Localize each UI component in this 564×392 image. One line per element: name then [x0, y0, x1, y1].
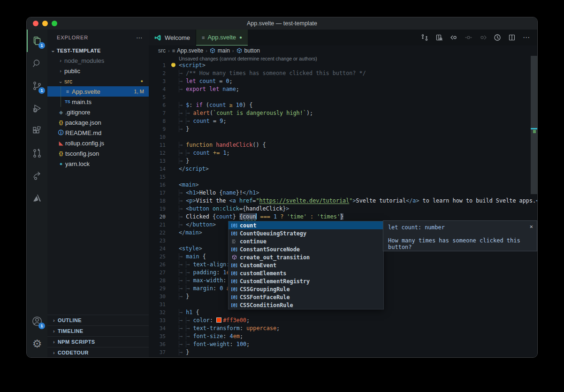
file-tree-item-rollup-config-js[interactable]: ◣rollup.config.js — [47, 138, 149, 148]
code-line-12[interactable]: 12→ → count += 1; — [149, 149, 531, 157]
minimize-window-button[interactable] — [42, 21, 48, 26]
code-line-13[interactable]: 13→ } — [149, 157, 531, 165]
suggestion-customelements[interactable]: [@]customElements — [229, 269, 383, 277]
file-tree-item-app-svelte[interactable]: ≡App.svelte1, M — [47, 86, 149, 97]
file-tree-item-public[interactable]: ›public — [47, 66, 149, 76]
activity-azure-icon[interactable] — [27, 187, 47, 210]
code-line-2[interactable]: 2→ /** How many times has someone clicke… — [149, 69, 531, 77]
breadcrumb-item-button[interactable]: button — [236, 47, 260, 54]
code-line-4[interactable]: 4→ export let name; — [149, 85, 531, 93]
file-tree-item-src[interactable]: ⌄src● — [47, 76, 149, 86]
suggestion-cssconditionrule[interactable]: [@]CSSConditionRule — [229, 301, 383, 309]
line-number: 9 — [149, 125, 166, 133]
title-bar[interactable]: App.svelte — test-template — [27, 17, 537, 30]
previous-change-icon[interactable] — [449, 32, 459, 43]
activity-accounts-icon[interactable]: 1 — [27, 310, 47, 332]
suggestion-customevent[interactable]: [@]CustomEvent — [229, 261, 383, 269]
sidebar-panel-timeline[interactable]: ›TIMELINE — [47, 325, 149, 336]
zoom-window-button[interactable] — [52, 21, 57, 26]
code-line-10[interactable]: 10 — [149, 133, 531, 141]
sidebar-panel-codetour[interactable]: ›CODETOUR — [47, 347, 149, 358]
code-text: → → padding: 1em; — [166, 269, 236, 277]
code-line-16[interactable]: 16<main> — [149, 181, 531, 189]
breadcrumb-item-src[interactable]: src — [158, 47, 166, 54]
breadcrumb-item-app-svelte[interactable]: ≡App.svelte — [172, 47, 203, 54]
suggestion-constantsourcenode[interactable]: [@]ConstantSourceNode — [229, 245, 383, 253]
suggestion-countqueuingstrategy[interactable]: [@]CountQueuingStrategy — [229, 229, 383, 237]
file-history-icon[interactable] — [492, 32, 503, 43]
suggestion-details-panel: let count: number How many times has som… — [383, 220, 537, 251]
code-line-3[interactable]: 3→ let count = 0; — [149, 77, 531, 85]
tab-welcome[interactable]: Welcome — [149, 30, 196, 45]
split-editor-icon[interactable] — [507, 32, 517, 43]
code-line-9[interactable]: 9→ } — [149, 125, 531, 133]
suggestion-cssfontfacerule[interactable]: [@]CSSFontFaceRule — [229, 293, 383, 301]
symbol-variable-icon: [@] — [229, 303, 240, 308]
sidebar-panel-outline[interactable]: ›OUTLINE — [47, 315, 149, 325]
code-line-11[interactable]: 11→ function handleClick() { — [149, 141, 531, 149]
open-changes-icon[interactable] — [434, 32, 444, 43]
code-line-14[interactable]: 14</script> — [149, 165, 531, 173]
file-tree-item-tsconfig-json[interactable]: {}tsconfig.json — [47, 148, 149, 158]
file-tree-item--gitignore[interactable]: ◆.gitignore — [47, 107, 149, 117]
vscode-logo-icon — [154, 34, 161, 41]
code-line-34[interactable]: 34→ → text-transform: uppercase; — [149, 324, 531, 332]
code-line-32[interactable]: 32→ h1 { — [149, 309, 531, 317]
code-line-1[interactable]: 1<script> — [149, 61, 531, 69]
code-line-19[interactable]: 19→ <button on:click={handleClick}> — [149, 205, 531, 213]
activity-settings-gear-icon[interactable]: ⚙ — [27, 332, 47, 355]
scrollbar-thumb[interactable] — [531, 56, 537, 194]
close-icon[interactable]: ✕ — [530, 223, 533, 230]
suggestion-create_out_transition[interactable]: create_out_transition — [229, 253, 383, 261]
code-line-8[interactable]: 8→ → count = 9; — [149, 117, 531, 125]
file-tree-item-node-modules[interactable]: ›node_modules — [47, 55, 149, 66]
code-line-20[interactable]: 20→ Clicked {count} {coun === 1 ? 'time'… — [149, 213, 531, 221]
editor-column: Welcome ≡ App.svelte ● — [149, 30, 537, 358]
code-line-6[interactable]: 6→ $: if (count ≥ 10) { — [149, 101, 531, 109]
file-tree-item-package-json[interactable]: {}package.json — [47, 117, 149, 128]
suggestion-count[interactable]: [@]count — [229, 221, 383, 229]
file-tree-item-main-ts[interactable]: TSmain.ts — [47, 97, 149, 107]
activity-live-share-icon[interactable] — [27, 165, 47, 187]
line-number: 11 — [149, 141, 166, 149]
code-line-33[interactable]: 33→ → color: #ff3e00; — [149, 317, 531, 324]
sidebar-panel-npm-scripts[interactable]: ›NPM SCRIPTS — [47, 336, 149, 347]
suggestion-continue[interactable]: continue — [229, 237, 383, 245]
codelens-annotation[interactable]: Unsaved changes (cannot determine recent… — [179, 56, 317, 61]
close-window-button[interactable] — [33, 21, 38, 26]
code-line-15[interactable]: 15 — [149, 173, 531, 181]
file-name: README.md — [65, 129, 101, 136]
code-text: → main { — [166, 253, 206, 261]
project-root-folder[interactable]: ⌄ TEST-TEMPLATE — [47, 45, 149, 55]
activity-extensions-icon[interactable] — [27, 120, 47, 142]
breadcrumb-item-main[interactable]: main — [210, 47, 230, 54]
explorer-more-actions-icon[interactable]: ⋯ — [136, 34, 143, 41]
code-line-36[interactable]: 36→ → font-weight: 100; — [149, 340, 531, 348]
file-tree-item-readme-md[interactable]: ⓘREADME.md — [47, 128, 149, 138]
suggestion-customelementregistry[interactable]: [@]CustomElementRegistry — [229, 277, 383, 285]
activity-source-control-icon[interactable]: 1 — [27, 75, 47, 97]
activity-github-pull-requests-icon[interactable] — [27, 142, 47, 165]
file-tree-item-yarn-lock[interactable]: ●yarn.lock — [47, 158, 149, 169]
suggestion-cssgroupingrule[interactable]: [@]CSSGroupingRule — [229, 285, 383, 293]
next-change-icon[interactable] — [478, 32, 488, 43]
code-line-5[interactable]: 5 — [149, 93, 531, 101]
change-indicator-icon[interactable] — [463, 32, 473, 43]
activity-search-icon[interactable] — [27, 52, 47, 75]
panel-title: OUTLINE — [58, 317, 82, 323]
activity-run-and-debug-icon[interactable] — [27, 97, 47, 120]
code-text: → } — [166, 157, 189, 165]
code-line-18[interactable]: 18→ <p>Visit the <a href="https://svelte… — [149, 197, 531, 205]
code-line-37[interactable]: 37→ } — [149, 348, 531, 356]
line-number: 32 — [149, 309, 166, 317]
code-line-17[interactable]: 17→ <h1>Hello {name}!</h1> — [149, 189, 531, 197]
git-compare-icon[interactable] — [419, 32, 430, 43]
code-editor[interactable]: Unsaved changes (cannot determine recent… — [149, 55, 537, 358]
more-actions-icon[interactable]: ⋯ — [521, 32, 532, 43]
tab-app-svelte[interactable]: ≡ App.svelte ● — [196, 30, 248, 45]
code-line-35[interactable]: 35→ → font-size: 4em; — [149, 332, 531, 340]
suggestion-label: CustomEvent — [240, 262, 276, 269]
activity-explorer-icon[interactable]: 1 — [27, 30, 47, 52]
lightbulb-icon[interactable] — [170, 63, 176, 68]
code-line-7[interactable]: 7→ → alert(`count is dangerously high!`)… — [149, 109, 531, 117]
